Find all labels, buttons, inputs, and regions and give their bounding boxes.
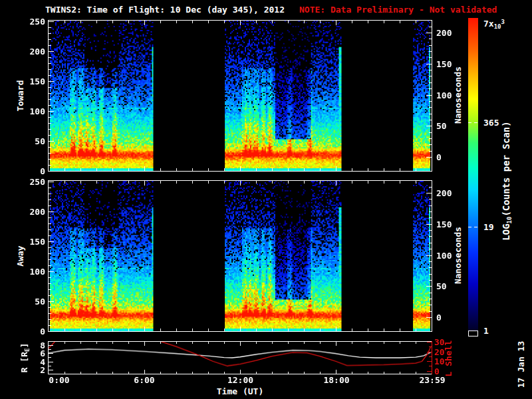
tick-mark [144, 342, 145, 346]
l-shell-tick-label: 30 [434, 338, 445, 346]
tick-mark [288, 342, 289, 344]
tick-mark [192, 168, 193, 171]
time-tick-label: 18:00 [323, 376, 349, 384]
tick-mark [368, 329, 368, 331]
tick-mark [128, 342, 129, 344]
channel-tick-label: 0 [40, 167, 45, 176]
colorbar-max-mantissa: 7x [483, 19, 494, 29]
tick-mark [49, 123, 51, 124]
spectrogram-panel-toward [48, 20, 432, 172]
tick-mark [192, 372, 193, 374]
colorbar [468, 18, 478, 331]
tick-mark [65, 181, 65, 184]
tick-mark [65, 329, 65, 331]
colorbar-label-text: LOG [501, 223, 511, 240]
tick-mark [49, 357, 51, 358]
tick-mark [49, 259, 51, 260]
tick-mark [400, 372, 400, 374]
tick-mark [320, 329, 321, 331]
tick-mark [304, 342, 305, 344]
tick-mark [128, 329, 129, 331]
tick-mark [429, 217, 432, 218]
tick-mark [429, 205, 432, 206]
tick-mark [426, 64, 432, 65]
channel-tick-label: 100 [30, 267, 45, 276]
colorbar-tick-label: 365 [483, 118, 499, 126]
tick-mark [240, 21, 241, 25]
tick-mark [49, 51, 54, 52]
tick-mark [144, 166, 145, 171]
tick-mark [80, 181, 81, 184]
tick-mark [80, 329, 81, 331]
tick-mark [272, 329, 273, 331]
tick-mark [288, 329, 289, 331]
tick-mark [49, 117, 51, 118]
tick-mark [80, 342, 81, 344]
tick-mark [288, 21, 289, 23]
tick-mark [160, 168, 161, 171]
tick-mark [320, 181, 321, 184]
tick-mark [160, 181, 161, 184]
nanoseconds-tick-label: 200 [436, 189, 452, 198]
tick-mark [128, 372, 129, 374]
tick-mark [160, 21, 161, 23]
nanoseconds-tick-label: 50 [436, 122, 447, 130]
tick-mark [429, 249, 432, 249]
tick-mark [49, 313, 51, 314]
tick-mark [429, 27, 432, 27]
channel-tick-label: 200 [30, 47, 45, 56]
tick-mark [368, 372, 368, 374]
tick-mark [112, 21, 113, 23]
tick-mark [49, 141, 54, 142]
tick-mark [416, 181, 416, 184]
tick-mark [352, 181, 352, 184]
tick-mark [80, 21, 81, 23]
tick-mark [429, 114, 432, 114]
tick-mark [49, 319, 51, 320]
tick-mark [427, 371, 432, 372]
tick-mark [427, 361, 432, 362]
tick-mark [96, 168, 97, 171]
tick-mark [429, 236, 432, 237]
tick-mark [176, 342, 177, 344]
channel-tick-label: 50 [35, 137, 45, 146]
tick-mark [49, 159, 51, 160]
tick-mark [49, 229, 51, 230]
plot-date-stamp: 17 Jan 13 [516, 341, 526, 388]
tick-mark [336, 327, 336, 331]
tick-mark [352, 168, 352, 171]
tick-mark [65, 21, 65, 23]
tick-mark [208, 168, 209, 171]
tick-mark [429, 151, 432, 152]
tick-mark [80, 168, 81, 171]
time-tick-label: 23:59 [419, 376, 445, 384]
tick-mark [429, 230, 432, 231]
tick-mark [49, 188, 51, 188]
l-shell-tick-label: 10 [434, 357, 445, 366]
nanoseconds-tick-label: 50 [436, 282, 447, 291]
tick-mark [65, 372, 65, 374]
tick-mark [256, 342, 257, 344]
tick-mark [80, 372, 81, 374]
tick-mark [429, 51, 432, 52]
nanoseconds-tick-label: 0 [436, 313, 442, 322]
tick-mark [192, 329, 193, 331]
r-tick-label: 2 [40, 366, 45, 374]
tick-mark [426, 224, 432, 225]
tick-mark [426, 286, 432, 287]
away-heatmap-canvas [49, 181, 432, 331]
nanoseconds-tick-label: 0 [436, 153, 442, 162]
tick-mark [49, 81, 54, 82]
tick-mark [429, 120, 432, 120]
tick-mark [49, 307, 51, 308]
tick-mark [320, 21, 321, 23]
tick-mark [49, 271, 54, 272]
tick-mark [429, 132, 432, 133]
channel-tick-label: 50 [35, 297, 45, 306]
tick-mark [49, 205, 51, 206]
tick-mark [429, 187, 432, 188]
tick-mark [336, 342, 336, 346]
tick-mark [352, 329, 352, 331]
tick-mark [112, 329, 113, 331]
tick-mark [128, 168, 129, 171]
